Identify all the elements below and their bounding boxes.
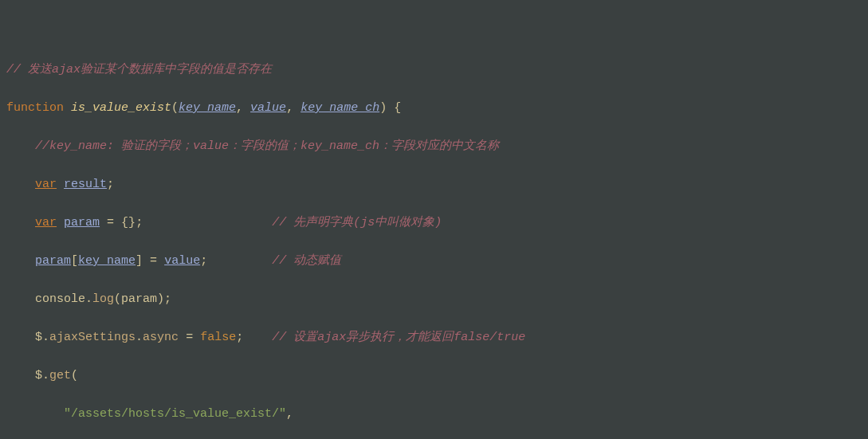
comment: // 动态赋值	[272, 254, 341, 268]
code-line: param[key_name] = value; // 动态赋值	[0, 252, 868, 271]
keyword: function	[6, 101, 64, 115]
code-line: var param = {}; // 先声明字典(js中叫做对象)	[0, 214, 868, 233]
comment: // 设置ajax异步执行，才能返回false/true	[272, 331, 525, 344]
code-line: $.ajaxSettings.async = false; // 设置ajax异…	[0, 328, 868, 347]
variable: param	[35, 254, 71, 268]
method: log	[92, 292, 114, 306]
code-line: function is_value_exist(key_name, value,…	[0, 99, 868, 118]
property: async	[143, 331, 179, 344]
identifier: $	[35, 331, 42, 344]
parameter: key_name_ch	[300, 101, 379, 115]
string: "/assets/hosts/is_value_exist/"	[64, 407, 286, 421]
code-line: $.get(	[0, 366, 868, 386]
variable: key_name	[78, 254, 136, 268]
parameter: value	[250, 101, 286, 115]
variable: value	[164, 254, 200, 268]
variable: param	[121, 292, 157, 306]
code-line: // 发送ajax验证某个数据库中字段的值是否存在	[0, 61, 868, 80]
code-line: "/assets/hosts/is_value_exist/",	[0, 405, 868, 424]
code-line: console.log(param);	[0, 290, 868, 309]
method: get	[49, 369, 71, 382]
variable: result	[64, 178, 107, 191]
parameter: key_name	[179, 101, 236, 115]
variable: param	[64, 216, 100, 229]
identifier: $	[35, 369, 42, 382]
code-line: var result;	[0, 175, 868, 194]
property: ajaxSettings	[49, 331, 136, 344]
function-name: is_value_exist	[71, 101, 171, 115]
comment: // 发送ajax验证某个数据库中字段的值是否存在	[6, 63, 272, 76]
code-line: //key_name: 验证的字段；value：字段的值；key_name_ch…	[0, 137, 868, 156]
identifier: console	[35, 292, 85, 306]
keyword: var	[35, 216, 57, 229]
comment: // 先声明字典(js中叫做对象)	[272, 216, 442, 229]
comment: //key_name: 验证的字段；value：字段的值；key_name_ch…	[35, 139, 499, 153]
keyword: var	[35, 178, 57, 191]
boolean: false	[200, 331, 236, 344]
